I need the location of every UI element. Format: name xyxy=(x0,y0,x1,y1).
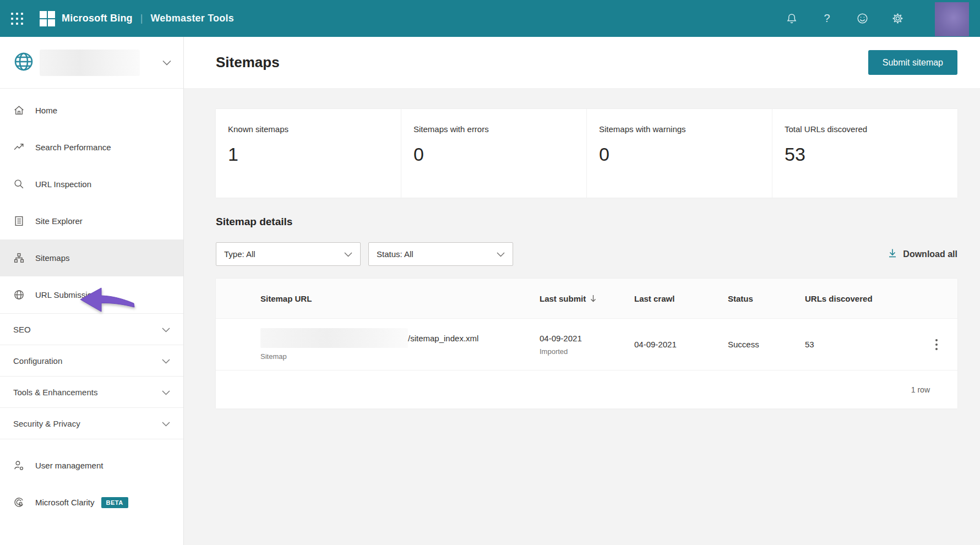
main-content: Sitemaps Submit sitemap Known sitemaps 1… xyxy=(184,37,980,545)
sidebar-section-label: Security & Privacy xyxy=(13,419,80,428)
sidebar-item-sitemaps[interactable]: Sitemaps xyxy=(0,239,183,276)
sidebar-section-tools-enhancements[interactable]: Tools & Enhancements xyxy=(0,377,183,407)
brand-separator: | xyxy=(140,13,143,24)
user-gear-icon xyxy=(13,460,25,471)
sidebar-item-search-performance[interactable]: Search Performance xyxy=(0,129,183,166)
row-actions-kebab-icon[interactable] xyxy=(932,336,941,353)
page-title: Sitemaps xyxy=(216,54,280,71)
download-all-button[interactable]: Download all xyxy=(888,248,957,260)
col-status[interactable]: Status xyxy=(728,294,805,303)
brand-title: Microsoft Bing xyxy=(62,13,133,24)
sidebar-item-site-explorer[interactable]: Site Explorer xyxy=(0,203,183,239)
sitemap-icon xyxy=(13,252,25,264)
chevron-down-icon xyxy=(497,249,505,259)
sidebar-item-microsoft-clarity[interactable]: Microsoft Clarity BETA xyxy=(0,484,183,521)
chevron-down-icon xyxy=(162,325,170,334)
col-last-submit-label: Last submit xyxy=(540,294,586,303)
sitemap-type-label: Sitemap xyxy=(260,352,540,361)
globe-icon xyxy=(13,289,25,301)
sidebar-item-url-submission[interactable]: URL Submission xyxy=(0,276,183,313)
stat-sitemaps-with-warnings: Sitemaps with warnings 0 xyxy=(587,109,772,198)
sidebar-item-label: Sitemaps xyxy=(35,253,70,263)
type-filter-dropdown[interactable]: Type: All xyxy=(216,242,361,266)
help-icon[interactable]: ? xyxy=(820,12,834,25)
filter-row: Type: All Status: All xyxy=(216,242,957,266)
col-sitemap-url[interactable]: Sitemap URL xyxy=(260,294,540,303)
chevron-down-icon xyxy=(162,58,171,68)
magnifier-icon xyxy=(13,178,25,190)
notifications-bell-icon[interactable] xyxy=(785,12,798,25)
download-icon xyxy=(888,248,897,260)
table-footer: 1 row xyxy=(216,370,957,408)
site-globe-icon xyxy=(12,50,35,75)
chevron-down-icon xyxy=(162,356,170,366)
profile-avatar[interactable] xyxy=(935,2,969,36)
sidebar-section-label: Tools & Enhancements xyxy=(13,388,97,397)
urls-discovered-value: 53 xyxy=(805,340,932,349)
stat-label: Total URLs discovered xyxy=(785,124,957,134)
app-launcher-icon[interactable] xyxy=(10,12,24,26)
col-last-submit[interactable]: Last submit xyxy=(540,294,634,303)
url-suffix: /sitemap_index.xml xyxy=(408,334,478,343)
url-redacted-segment xyxy=(260,328,408,348)
trend-icon xyxy=(13,141,25,153)
settings-gear-icon[interactable] xyxy=(891,12,904,25)
stat-value: 0 xyxy=(413,144,586,165)
table-row[interactable]: /sitemap_index.xml Sitemap 04-09-2021 Im… xyxy=(216,319,957,370)
type-filter-value: Type: All xyxy=(224,249,255,259)
table-header-row: Sitemap URL Last submit Last crawl Statu… xyxy=(216,279,957,319)
submit-sitemap-button[interactable]: Submit sitemap xyxy=(868,50,957,75)
sidebar-section-label: SEO xyxy=(13,325,31,334)
stat-value: 1 xyxy=(228,144,401,165)
site-selector[interactable] xyxy=(0,37,183,89)
sidebar: Home Search Performance xyxy=(0,37,184,545)
sidebar-section-security-privacy[interactable]: Security & Privacy xyxy=(0,408,183,439)
stat-label: Sitemaps with warnings xyxy=(599,124,772,134)
status-value: Success xyxy=(728,340,805,349)
col-urls-discovered[interactable]: URLs discovered xyxy=(805,294,932,303)
sidebar-item-label: Microsoft Clarity xyxy=(35,498,95,507)
sidebar-item-user-management[interactable]: User management xyxy=(0,447,183,484)
microsoft-logo-icon xyxy=(40,11,55,26)
sort-descending-icon xyxy=(590,295,596,302)
stats-summary-card: Known sitemaps 1 Sitemaps with errors 0 … xyxy=(216,109,957,198)
status-filter-dropdown[interactable]: Status: All xyxy=(368,242,513,266)
last-crawl-date: 04-09-2021 xyxy=(634,340,728,349)
stat-known-sitemaps: Known sitemaps 1 xyxy=(216,109,401,198)
stat-total-urls-discovered: Total URLs discovered 53 xyxy=(772,109,957,198)
sidebar-item-label: User management xyxy=(35,461,103,470)
download-all-label: Download all xyxy=(903,249,957,259)
sidebar-section-seo[interactable]: SEO xyxy=(0,314,183,345)
stat-label: Known sitemaps xyxy=(228,124,401,134)
stat-value: 0 xyxy=(599,144,772,165)
top-app-bar: Microsoft Bing | Webmaster Tools ? xyxy=(0,0,980,37)
beta-badge: BETA xyxy=(101,497,128,508)
clarity-icon xyxy=(13,497,25,508)
sidebar-nav: Home Search Performance xyxy=(0,89,183,521)
sidebar-item-home[interactable]: Home xyxy=(0,92,183,129)
site-name-redacted xyxy=(40,50,140,76)
divider xyxy=(0,439,183,439)
page-header: Sitemaps Submit sitemap xyxy=(184,37,980,88)
stat-label: Sitemaps with errors xyxy=(413,124,586,134)
sidebar-item-label: URL Submission xyxy=(35,290,96,299)
sidebar-item-url-inspection[interactable]: URL Inspection xyxy=(0,166,183,203)
chevron-down-icon xyxy=(162,388,170,397)
topbar-actions: ? xyxy=(785,2,969,36)
home-icon xyxy=(13,105,25,116)
last-submit-cell: 04-09-2021 Imported xyxy=(540,334,634,356)
status-filter-value: Status: All xyxy=(377,249,413,259)
sidebar-item-label: Search Performance xyxy=(35,143,111,152)
document-icon xyxy=(13,215,25,227)
chevron-down-icon xyxy=(162,419,170,428)
col-last-crawl[interactable]: Last crawl xyxy=(634,294,728,303)
feedback-smiley-icon[interactable] xyxy=(856,12,869,25)
stat-sitemaps-with-errors: Sitemaps with errors 0 xyxy=(401,109,587,198)
sitemap-details-heading: Sitemap details xyxy=(216,216,957,228)
stat-value: 53 xyxy=(785,144,957,165)
submit-note: Imported xyxy=(540,347,634,356)
sidebar-section-configuration[interactable]: Configuration xyxy=(0,345,183,376)
sidebar-section-label: Configuration xyxy=(13,356,62,366)
content-area: Known sitemaps 1 Sitemaps with errors 0 … xyxy=(184,88,980,545)
sidebar-item-label: URL Inspection xyxy=(35,179,91,189)
